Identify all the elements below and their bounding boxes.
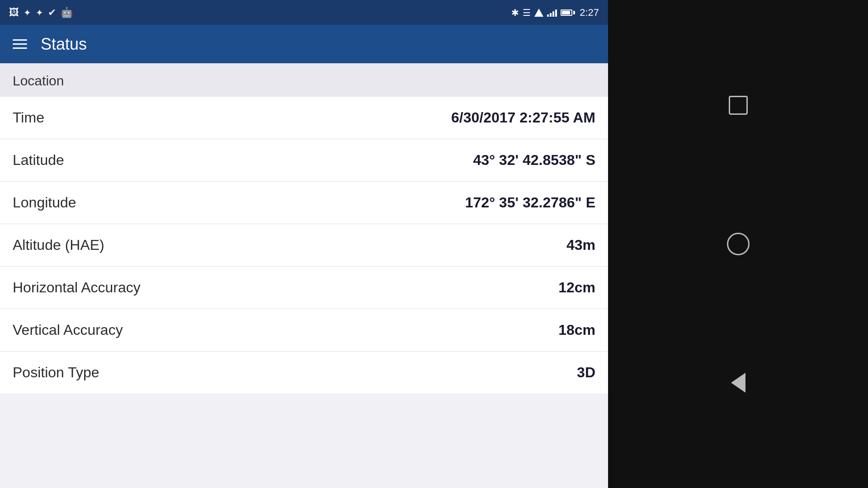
altitude-row: Altitude (HAE) 43m <box>0 224 608 267</box>
vertical-accuracy-value: 18cm <box>558 322 595 338</box>
longitude-label: Longitude <box>13 194 76 211</box>
horizontal-accuracy-value: 12cm <box>558 279 595 296</box>
sys-icons: ✱ ☰ <box>511 7 575 18</box>
altitude-value: 43m <box>566 237 595 253</box>
check-app-icon: ✔ <box>48 7 56 19</box>
altitude-label: Altitude (HAE) <box>13 237 104 253</box>
longitude-value: 172° 35' 32.2786" E <box>465 194 595 211</box>
android-nav-bar <box>608 0 868 488</box>
nav-icon-1: ✦ <box>24 7 31 18</box>
status-time: 2:27 <box>580 7 599 19</box>
wifi-icon <box>534 9 543 17</box>
location-data-card: Time 6/30/2017 2:27:55 AM Latitude 43° 3… <box>0 97 608 394</box>
vibrate-icon: ☰ <box>523 7 531 18</box>
vertical-accuracy-label: Vertical Accuracy <box>13 322 123 338</box>
status-bar-left: 🖼 ✦ ✦ ✔ 🤖 <box>9 7 73 19</box>
recent-apps-button[interactable] <box>722 89 754 121</box>
horizontal-accuracy-label: Horizontal Accuracy <box>13 279 141 296</box>
position-type-row: Position Type 3D <box>0 352 608 394</box>
robot-app-icon: 🤖 <box>61 7 73 19</box>
time-value: 6/30/2017 2:27:55 AM <box>451 109 595 126</box>
position-type-label: Position Type <box>13 364 99 381</box>
latitude-value: 43° 32' 42.8538" S <box>473 152 595 169</box>
nav-icon-2: ✦ <box>36 7 43 18</box>
content-area: Location Time 6/30/2017 2:27:55 AM Latit… <box>0 63 608 488</box>
app-toolbar: Status <box>0 25 608 63</box>
signal-icon <box>547 9 557 17</box>
location-section-header: Location <box>0 63 608 97</box>
status-bar-right: ✱ ☰ 2:27 <box>511 7 599 19</box>
time-label: Time <box>13 109 44 126</box>
page-title: Status <box>41 35 87 54</box>
position-type-value: 3D <box>577 364 595 381</box>
latitude-row: Latitude 43° 32' 42.8538" S <box>0 139 608 182</box>
bluetooth-icon: ✱ <box>511 7 519 18</box>
app-container: 🖼 ✦ ✦ ✔ 🤖 ✱ ☰ <box>0 0 608 488</box>
vertical-accuracy-row: Vertical Accuracy 18cm <box>0 309 608 352</box>
horizontal-accuracy-row: Horizontal Accuracy 12cm <box>0 267 608 309</box>
home-button[interactable] <box>722 228 754 260</box>
hamburger-menu-button[interactable] <box>13 39 27 49</box>
section-label: Location <box>13 73 64 88</box>
status-bar: 🖼 ✦ ✦ ✔ 🤖 ✱ ☰ <box>0 0 608 25</box>
latitude-label: Latitude <box>13 152 64 169</box>
longitude-row: Longitude 172° 35' 32.2786" E <box>0 182 608 224</box>
battery-icon <box>561 9 575 16</box>
back-button[interactable] <box>722 367 754 399</box>
app-icons-group: 🖼 ✦ ✦ ✔ 🤖 <box>9 7 73 19</box>
image-app-icon: 🖼 <box>9 7 19 19</box>
time-row: Time 6/30/2017 2:27:55 AM <box>0 97 608 139</box>
circle-icon <box>727 233 750 255</box>
square-icon <box>729 96 748 115</box>
back-chevron-icon <box>731 373 745 393</box>
